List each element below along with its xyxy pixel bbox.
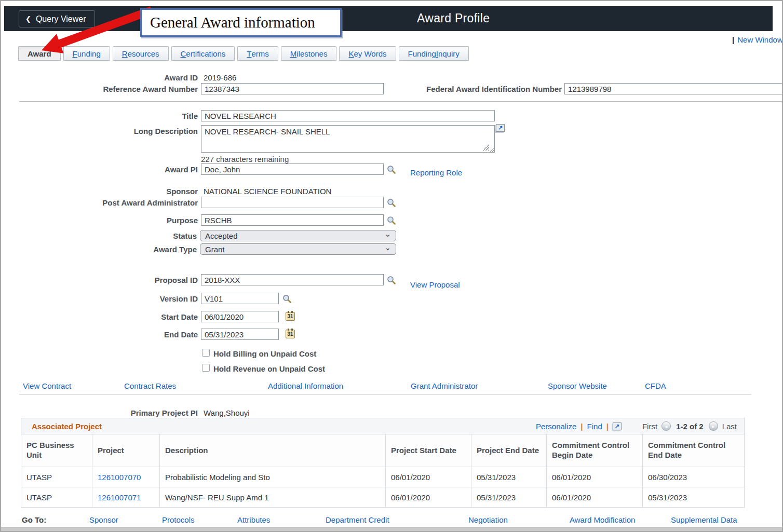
window-frame-bottom: [1, 527, 782, 531]
project-cell: 1261007071: [92, 487, 160, 507]
table-cell: 05/31/2023: [643, 487, 744, 507]
tab-terms[interactable]: Terms: [237, 46, 278, 61]
award-id-value: 2019-686: [204, 73, 236, 82]
column-header-project: Project: [92, 434, 160, 467]
table-cell: UTASP: [21, 467, 92, 487]
reporting-role-link[interactable]: Reporting Role: [410, 168, 462, 177]
personalize-link[interactable]: Personalize: [536, 422, 576, 431]
new-window-link[interactable]: New Window: [737, 35, 783, 44]
annotation-callout-text: General Award information: [150, 14, 315, 31]
end-date-calendar-icon[interactable]: 31: [286, 330, 295, 338]
purpose-label: Purpose: [1, 216, 198, 225]
tab-award[interactable]: Award: [18, 46, 61, 61]
hold-billing-checkbox[interactable]: [202, 349, 210, 357]
version-id-label: Version ID: [1, 294, 198, 303]
tab-key-words[interactable]: Key Words: [339, 46, 396, 61]
find-link[interactable]: Find: [587, 422, 602, 431]
title-input[interactable]: [201, 110, 495, 121]
table-cell: 06/01/2020: [547, 467, 643, 487]
tab-resources[interactable]: Resources: [113, 46, 169, 61]
project-link[interactable]: 1261007071: [98, 493, 141, 502]
top-navigation-bar: ❮ Query Viewer Award Profile: [4, 6, 773, 31]
project-link[interactable]: 1261007070: [98, 473, 141, 482]
additional-information-link[interactable]: Additional Information: [268, 381, 343, 390]
table-cell: 06/01/2020: [547, 487, 643, 507]
award-type-select[interactable]: Grant ⌄: [200, 243, 396, 255]
proposal-id-search-icon[interactable]: [387, 276, 396, 285]
query-viewer-back-button[interactable]: ❮ Query Viewer: [19, 10, 95, 28]
proposal-id-label: Proposal ID: [1, 276, 198, 284]
goto-label: Go To:: [22, 515, 46, 524]
long-description-row: Long Description NOVEL RESEARCH- SNAIL S…: [1, 125, 782, 156]
end-date-input[interactable]: [201, 329, 279, 340]
goto-protocols-link[interactable]: Protocols: [162, 515, 195, 524]
view-proposal-link[interactable]: View Proposal: [410, 280, 460, 289]
column-header-project-start-date: Project Start Date: [386, 434, 471, 467]
end-date-row: End Date 31: [1, 329, 782, 340]
view-contract-link[interactable]: View Contract: [23, 381, 71, 390]
award-pi-label: Award PI: [1, 165, 198, 174]
version-id-search-icon[interactable]: [282, 294, 292, 304]
grant-administrator-link[interactable]: Grant Administrator: [411, 381, 478, 390]
page-title: Award Profile: [417, 11, 490, 25]
purpose-input[interactable]: [201, 214, 384, 226]
start-date-label: Start Date: [1, 312, 198, 321]
start-date-row: Start Date 31: [1, 311, 782, 322]
column-header-pc-business-unit: PC Business Unit: [21, 434, 92, 467]
tab-certifications[interactable]: Certifications: [171, 46, 235, 61]
chevron-down-icon: ⌄: [384, 229, 391, 239]
award-pi-input[interactable]: [201, 163, 384, 175]
contract-rates-link[interactable]: Contract Rates: [124, 381, 176, 390]
previous-page-button[interactable]: ◂: [662, 421, 671, 431]
table-cell: 06/01/2020: [386, 467, 471, 487]
cfda-link[interactable]: CFDA: [645, 381, 666, 390]
hold-revenue-row: Hold Revenue on Unpaid Cost: [1, 363, 782, 374]
characters-remaining: 227 characters remaining: [201, 155, 289, 163]
sponsor-label: Sponsor: [1, 187, 198, 196]
purpose-row: Purpose: [1, 214, 782, 226]
tab-funding-inquiry[interactable]: Funding Inquiry: [399, 46, 469, 61]
row-range-label: 1-2 of 2: [676, 422, 704, 431]
status-row: Status Accepted ⌄: [1, 230, 782, 241]
post-award-administrator-label: Post Award Administrator: [1, 198, 198, 207]
end-date-label: End Date: [1, 330, 198, 339]
federal-award-identification-number-label: Federal Award Identification Number: [340, 85, 562, 93]
textarea-resize-handle[interactable]: [483, 144, 489, 151]
goto-sponsor-link[interactable]: Sponsor: [89, 515, 118, 524]
new-window-area: |New Window: [732, 35, 783, 46]
back-button-label: Query Viewer: [36, 15, 86, 24]
expand-description-icon[interactable]: ↗: [496, 124, 505, 132]
title-row: Title: [1, 110, 782, 121]
tab-funding[interactable]: Funding: [63, 46, 110, 61]
start-date-calendar-icon[interactable]: 31: [286, 312, 295, 321]
table-header-row: PC Business UnitProjectDescriptionProjec…: [21, 434, 744, 467]
hold-revenue-checkbox[interactable]: [202, 364, 210, 372]
tab-milestones[interactable]: Milestones: [281, 46, 337, 61]
award-id-row: Award ID 2019-686: [1, 72, 782, 83]
post-award-administrator-search-icon[interactable]: [387, 198, 396, 208]
federal-award-identification-number-input[interactable]: [564, 83, 783, 94]
version-id-input[interactable]: [201, 293, 279, 304]
purpose-search-icon[interactable]: [387, 216, 396, 225]
next-page-button[interactable]: ▸: [709, 421, 718, 431]
last-link[interactable]: Last: [722, 422, 737, 431]
long-description-textarea[interactable]: NOVEL RESEARCH- SNAIL SHELL: [201, 125, 495, 153]
goto-department-credit-link[interactable]: Department Credit: [326, 515, 389, 524]
grid-popout-icon[interactable]: ↗: [613, 422, 622, 430]
award-pi-search-icon[interactable]: [387, 165, 396, 174]
start-date-input[interactable]: [201, 311, 279, 322]
toolbar-separator: |: [580, 422, 583, 431]
proposal-id-input[interactable]: [201, 274, 384, 285]
goto-award-modification-link[interactable]: Award Modification: [570, 515, 635, 524]
sponsor-website-link[interactable]: Sponsor Website: [548, 381, 607, 390]
goto-attributes-link[interactable]: Attributes: [237, 515, 270, 524]
first-link[interactable]: First: [642, 422, 657, 431]
characters-remaining-row: 227 characters remaining: [1, 153, 782, 165]
goto-supplemental-data-link[interactable]: Supplemental Data: [671, 515, 737, 524]
reference-award-row: Reference Award Number Federal Award Ide…: [1, 83, 782, 94]
table-cell: Probabilistic Modeling and Sto: [160, 467, 386, 487]
goto-negotiation-link[interactable]: Negotiation: [468, 515, 508, 524]
goto-links-row: Go To:SponsorProtocolsAttributesDepartme…: [1, 515, 782, 524]
status-select[interactable]: Accepted ⌄: [200, 230, 396, 241]
post-award-administrator-input[interactable]: [201, 197, 384, 208]
